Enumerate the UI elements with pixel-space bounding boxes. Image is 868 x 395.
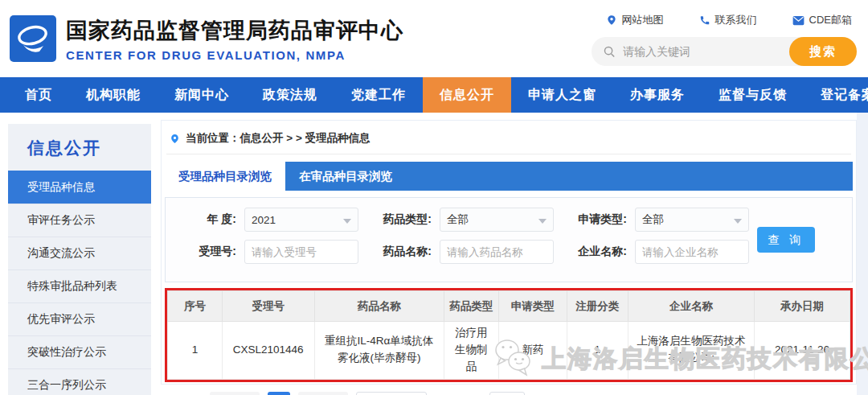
cell-drug-type: 治疗用生物制品	[444, 322, 498, 380]
cell-drug-name: 重组抗IL-4Rα单域抗体雾化液(毕赤酵母)	[314, 322, 444, 380]
catalog-tabbar: 受理品种目录浏览 在审品种目录浏览	[165, 162, 853, 191]
apply-type-select-value: 全部	[642, 212, 664, 227]
drug-type-select[interactable]: 全部	[440, 208, 554, 232]
site-header: 国家药品监督管理局药品审评中心 CENTER FOR DRUG EVALUATI…	[0, 0, 868, 77]
col-apply-type: 申请类型	[498, 291, 567, 322]
company-name-label: 企业名称:	[574, 245, 627, 259]
col-drug-type: 药品类型	[444, 291, 498, 322]
tab-accepted-catalog[interactable]: 受理品种目录浏览	[165, 162, 285, 191]
filter-panel: 年 度: 2021 药品类型: 全部 申请类型: 全部	[165, 197, 853, 282]
chevron-down-icon	[343, 219, 351, 224]
apply-type-select[interactable]: 全部	[635, 208, 749, 232]
year-label: 年 度:	[183, 212, 236, 227]
sidebar-item-review-task[interactable]: 审评任务公示	[8, 204, 151, 237]
page-1-button[interactable]: 1	[268, 392, 290, 395]
results-table: 序号 受理号 药品名称 药品类型 申请类型 注册分类 企业名称 承办日期 1 C…	[167, 290, 850, 380]
site-title: 国家药品监督管理局药品审评中心	[66, 16, 403, 45]
nav-item-functions[interactable]: 机构职能	[69, 77, 158, 113]
drug-type-select-value: 全部	[447, 212, 469, 227]
breadcrumb-divider	[166, 154, 851, 154]
year-select[interactable]: 2021	[244, 208, 358, 232]
acceptance-no-input[interactable]	[244, 240, 358, 264]
contact-label: 联系我们	[715, 13, 757, 27]
sidebar-item-communication[interactable]: 沟通交流公示	[8, 237, 151, 270]
nav-item-home[interactable]: 首页	[8, 77, 69, 113]
cde-logo-icon	[10, 15, 56, 62]
cde-mail-link[interactable]: CDE邮箱	[792, 13, 852, 27]
cell-undertake-date: 2021-11-26	[755, 322, 850, 380]
sidebar-item-three-in-one[interactable]: 三合一序列公示	[8, 368, 151, 395]
cell-serial-no: 1	[168, 322, 223, 380]
col-drug-name: 药品名称	[314, 291, 444, 322]
header-quick-links: 网站地图 联系我们 CDE邮箱	[606, 13, 852, 27]
sidebar: 信息公开 受理品种信息 审评任务公示 沟通交流公示 特殊审批品种列表 优先审评公…	[8, 124, 151, 395]
table-header-row: 序号 受理号 药品名称 药品类型 申请类型 注册分类 企业名称 承办日期	[168, 291, 850, 322]
sitemap-label: 网站地图	[622, 13, 664, 27]
apply-type-label: 申请类型:	[574, 212, 627, 227]
search-input[interactable]	[616, 45, 789, 58]
col-undertake-date: 承办日期	[755, 291, 850, 322]
year-select-value: 2021	[252, 214, 276, 226]
chevron-down-icon	[538, 219, 547, 224]
cell-acceptance-no: CXSL2101446	[222, 322, 314, 380]
brand-titles: 国家药品监督管理局药品审评中心 CENTER FOR DRUG EVALUATI…	[66, 16, 403, 62]
cell-company-name: 上海洛启生物医药技术有限公司;	[628, 322, 755, 380]
goto-page-input[interactable]	[489, 392, 525, 395]
chevron-down-icon	[734, 219, 742, 224]
sidebar-title: 信息公开	[8, 124, 151, 171]
sidebar-item-priority-review[interactable]: 优先审评公示	[8, 302, 151, 335]
query-button[interactable]: 查 询	[757, 227, 815, 253]
breadcrumb-text: 当前位置：信息公开 > > 受理品种信息	[186, 131, 371, 146]
pagination: 共 1 条 上一页 1 下一页 10 条/页 ∨ 到第 页	[170, 392, 848, 395]
cell-registration-class: 1	[567, 322, 628, 380]
sitemap-link[interactable]: 网站地图	[606, 13, 664, 27]
col-registration-class: 注册分类	[567, 291, 628, 322]
sidebar-item-special-approval-list[interactable]: 特殊审批品种列表	[8, 270, 151, 302]
phone-icon	[699, 14, 710, 26]
cde-mail-label: CDE邮箱	[809, 13, 852, 27]
nav-item-supervision[interactable]: 监督与反馈	[702, 77, 804, 113]
search-button[interactable]: 搜索	[789, 37, 857, 66]
content-panel: 当前位置：信息公开 > > 受理品种信息 受理品种目录浏览 在审品种目录浏览 年…	[161, 120, 857, 385]
nav-item-party-building[interactable]: 党建工作	[334, 77, 423, 113]
nav-item-applicant-window[interactable]: 申请人之窗	[511, 77, 613, 113]
site-subtitle: CENTER FOR DRUG EVALUATION, NMPA	[66, 48, 403, 62]
contact-link[interactable]: 联系我们	[699, 13, 757, 27]
acceptance-no-label: 受理号:	[183, 245, 236, 259]
tab-under-review-catalog[interactable]: 在审品种目录浏览	[285, 162, 406, 191]
col-company-name: 企业名称	[628, 291, 755, 322]
sidebar-item-accepted-variety-info[interactable]: 受理品种信息	[8, 171, 151, 204]
next-page-button[interactable]: 下一页	[298, 392, 348, 395]
page-size-select[interactable]: 10 条/页 ∨	[356, 392, 427, 395]
results-table-highlight: 序号 受理号 药品名称 药品类型 申请类型 注册分类 企业名称 承办日期 1 C…	[165, 288, 853, 382]
nav-item-registration-platform[interactable]: 登记备案平台	[804, 77, 868, 113]
location-pin-icon	[170, 133, 180, 145]
location-pin-icon	[606, 14, 617, 26]
cell-apply-type: 新药	[498, 322, 567, 380]
page-body: 信息公开 受理品种信息 审评任务公示 沟通交流公示 特殊审批品种列表 优先审评公…	[0, 113, 868, 395]
breadcrumb: 当前位置：信息公开 > > 受理品种信息	[162, 121, 856, 154]
search-icon	[603, 45, 616, 59]
nav-item-info-disclosure[interactable]: 信息公开	[423, 77, 511, 113]
sidebar-item-breakthrough-therapy[interactable]: 突破性治疗公示	[8, 335, 151, 368]
mail-icon	[792, 15, 805, 26]
nav-item-news[interactable]: 新闻中心	[158, 77, 246, 113]
nav-item-policy[interactable]: 政策法规	[246, 77, 334, 113]
drug-name-label: 药品名称:	[379, 245, 432, 259]
col-acceptance-no: 受理号	[222, 291, 314, 322]
drug-type-label: 药品类型:	[379, 212, 432, 227]
prev-page-button[interactable]: 上一页	[210, 392, 260, 395]
site-search: 搜索	[592, 37, 857, 66]
company-name-input[interactable]	[635, 240, 749, 264]
drug-name-input[interactable]	[440, 240, 554, 264]
table-row: 1 CXSL2101446 重组抗IL-4Rα单域抗体雾化液(毕赤酵母) 治疗用…	[168, 322, 850, 380]
main-nav: 首页 机构职能 新闻中心 政策法规 党建工作 信息公开 申请人之窗 办事服务 监…	[0, 77, 868, 113]
col-serial-no: 序号	[168, 291, 223, 322]
nav-item-services[interactable]: 办事服务	[613, 77, 702, 113]
